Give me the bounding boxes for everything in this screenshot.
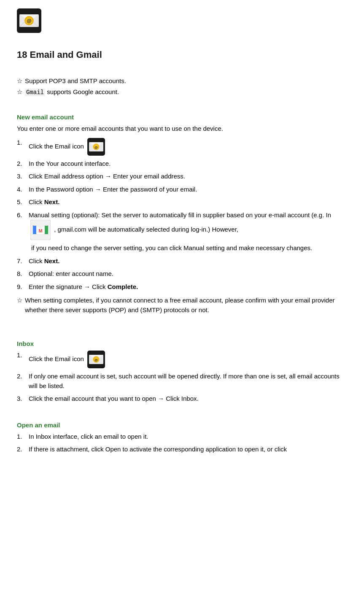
bullet-gmail-text: Gmail supports Google account. (25, 88, 119, 96)
list-num: 1. (17, 138, 29, 148)
list-content: Click Email address option → Enter your … (29, 172, 347, 181)
list-item: 2. If only one email account is set, suc… (17, 372, 347, 391)
note-smtp-text: When setting completes, if you cannot co… (25, 296, 347, 315)
list-item: 1. Click the Email icon @ (17, 138, 347, 156)
list-item: 8. Optional: enter account name. (17, 269, 347, 279)
list-num: 2. (17, 445, 29, 454)
svg-text:@: @ (94, 146, 98, 149)
list-item: 7. Click Next. (17, 256, 347, 266)
list-content: Optional: enter account name. (29, 269, 347, 279)
list-item: 1. In Inbox interface, click an email to… (17, 432, 347, 442)
list-item: 4. In the Password option → Enter the pa… (17, 185, 347, 194)
svg-text:@: @ (27, 18, 32, 23)
list-content: In the Password option → Enter the passw… (29, 185, 347, 194)
list-num: 2. (17, 372, 29, 381)
list-content: In the Your account interface. (29, 159, 347, 169)
svg-text:@: @ (94, 358, 98, 362)
list-num: 2. (17, 159, 29, 169)
new-email-intro: You enter one or more email accounts tha… (17, 124, 347, 134)
list-content: Click Next. (29, 256, 347, 266)
list-content: Click the Email icon @ (29, 138, 347, 156)
step6-indent: if you need to change the server setting… (31, 243, 347, 253)
email-header-icon: @ (17, 8, 41, 33)
bullet-pop3-text: Support POP3 and SMTP accounts. (25, 77, 126, 84)
chapter-title: 18 Email and Gmail (17, 49, 347, 60)
list-content: Enter the signature → Click Complete. (29, 282, 347, 292)
section-heading-new-email: New email account (17, 113, 347, 121)
svg-text:M: M (38, 228, 42, 233)
list-num: 3. (17, 172, 29, 181)
list-num: 4. (17, 185, 29, 194)
list-item: 3. Click the email account that you want… (17, 394, 347, 404)
email-icon-inbox-step1: @ (87, 351, 105, 368)
list-content: If only one email account is set, such a… (29, 372, 347, 391)
list-num: 9. (17, 282, 29, 292)
list-num: 1. (17, 351, 29, 360)
list-content: If there is attachment, click Open to ac… (29, 445, 347, 454)
gmail-code: Gmail (25, 89, 45, 96)
star-icon-1: ☆ (17, 77, 22, 85)
star-note-smtp: ☆ When setting completes, if you cannot … (17, 296, 347, 315)
list-num: 1. (17, 432, 29, 442)
list-item: 1. Click the Email icon @ (17, 351, 347, 368)
list-content: Click Next. (29, 197, 347, 207)
list-item: 9. Enter the signature → Click Complete. (17, 282, 347, 292)
star-icon-2: ☆ (17, 88, 22, 96)
list-content: In Inbox interface, click an email to op… (29, 432, 347, 442)
email-icon-step1: @ (87, 138, 105, 156)
list-item: 2. If there is attachment, click Open to… (17, 445, 347, 454)
list-num: 3. (17, 394, 29, 404)
list-num: 7. (17, 256, 29, 266)
list-item: 5. Click Next. (17, 197, 347, 207)
list-num: 6. (17, 211, 29, 220)
list-item: 2. In the Your account interface. (17, 159, 347, 169)
list-content: Click the Email icon @ (29, 351, 347, 368)
section-heading-inbox: Inbox (17, 340, 347, 347)
star-icon-3: ☆ (17, 296, 22, 305)
list-num: 8. (17, 269, 29, 279)
bullet-gmail: ☆ Gmail supports Google account. (17, 88, 347, 96)
list-num: 5. (17, 197, 29, 207)
list-item: 6. Manual setting (optional): Set the se… (17, 211, 347, 240)
gmail-icon-step6: M (30, 220, 51, 240)
list-content: Manual setting (optional): Set the serve… (29, 211, 347, 240)
header-icon-container: @ (17, 8, 347, 43)
bullet-pop3: ☆ Support POP3 and SMTP accounts. (17, 77, 347, 85)
section-heading-open-email: Open an email (17, 421, 347, 429)
list-item: 3. Click Email address option → Enter yo… (17, 172, 347, 181)
list-content: Click the email account that you want to… (29, 394, 347, 404)
